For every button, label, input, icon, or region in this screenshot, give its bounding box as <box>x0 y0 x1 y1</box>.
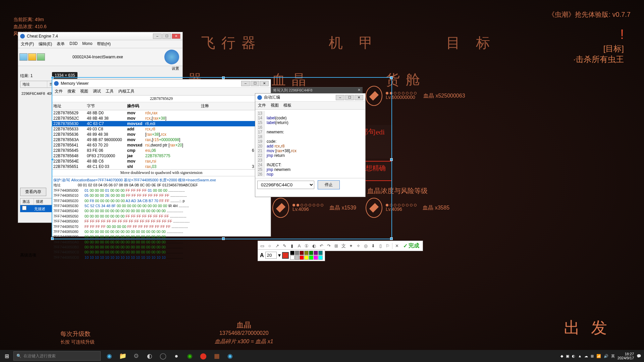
maximize-button[interactable]: ☐ <box>162 34 171 39</box>
color-swatch[interactable] <box>290 255 294 260</box>
dropdown-icon[interactable]: ▾ <box>278 252 281 258</box>
disasm-row[interactable]: 22B7878564E48 8B C6movrax,rsi <box>52 159 271 164</box>
code-line[interactable]: 13 <box>257 111 364 116</box>
ime-indicator[interactable]: 英 <box>611 354 615 359</box>
disasm-row[interactable]: 22B7878565148 C1 E0 03shlrax,033 <box>52 164 271 169</box>
tab-blood[interactable]: 血晶 <box>272 70 312 89</box>
color-palette[interactable]: A ▾ <box>258 249 325 261</box>
close-button[interactable]: ✕ <box>355 95 363 100</box>
aa-titlebar[interactable]: 自动汇编 – ☐ ✕ <box>255 94 365 102</box>
menu-file[interactable]: 文件(F) <box>21 41 34 47</box>
done-button[interactable]: ✓完成 <box>401 242 421 249</box>
color-swatch[interactable] <box>290 251 294 255</box>
minimize-button[interactable]: – <box>336 95 344 100</box>
color-swatch[interactable] <box>300 251 304 255</box>
tab-flyer[interactable]: 飞行器 <box>201 34 262 52</box>
hex-row[interactable]: 7FF744085090 00 00 00 00 00 00 00 00 00 … <box>53 234 269 239</box>
menu-mono[interactable]: Mono <box>82 41 92 47</box>
hex-row[interactable]: 7FF744085080 00 00 00 00 00 00 00 00 00 … <box>53 229 269 234</box>
disasm-row[interactable]: 22B7878563349 03 C8addrcx,r8 <box>52 126 271 132</box>
start-button[interactable]: ⊞ <box>0 350 13 362</box>
aa-menubar[interactable]: 文件 视图 模板 <box>255 102 365 110</box>
tab-target[interactable]: 目 标 <box>446 34 496 52</box>
col-desc[interactable]: 描述 <box>34 198 54 205</box>
view-memory-button[interactable]: 查看内存 <box>20 188 46 196</box>
mv-menubar[interactable]: 文件 搜索 视图 调试 工具 内核工具 <box>52 87 271 96</box>
hex-row[interactable]: 7FF744085040 00 00 00 00 00 00 00 00 00 … <box>53 208 269 214</box>
color-swatch[interactable] <box>309 255 313 260</box>
disasm-top-address[interactable]: 22B78785629 <box>52 96 271 102</box>
code-line[interactable]: 18 <box>257 134 364 139</box>
menu-d3d[interactable]: D3D <box>69 41 77 47</box>
ce-taskbar-icon[interactable]: ◉ <box>224 350 236 362</box>
wechat-icon[interactable]: ◉ <box>184 350 196 362</box>
disasm-row[interactable]: 22B787856304C 63 C7movsxdr8,edi <box>52 121 271 126</box>
maximize-button[interactable]: ☐ <box>251 81 259 86</box>
address-select[interactable]: 02296F6C44C0 <box>257 181 314 189</box>
hex-row[interactable]: 7FF7440850B0 00 00 00 00 00 00 00 00 00 … <box>53 245 269 250</box>
disasm-row[interactable]: 22B7878564583 FE 06cmpesi,066 <box>52 148 271 153</box>
hex-row[interactable]: 7FF7440850D0 10 10 10 10 10 10 10 10 10 … <box>53 255 269 260</box>
menu-kernel[interactable]: 内核工具 <box>118 88 135 94</box>
arrow-tool-icon[interactable]: ↗ <box>274 243 280 249</box>
result-address[interactable]: 2296F6C44F8 <box>20 92 47 96</box>
mv-titlebar[interactable]: Memory Viewer – ☐ ✕ <box>52 79 271 87</box>
color-swatch[interactable] <box>314 255 318 260</box>
disasm-row[interactable]: 22B7878562948 8B D0movrdx,rax <box>52 110 271 116</box>
font-size-input[interactable] <box>265 252 277 259</box>
ocr-icon[interactable]: ⊞ <box>333 243 339 249</box>
hex-row[interactable]: 7FF744085060 FF FF FF FF FF FF FF FF FF … <box>53 219 269 224</box>
cancel-icon[interactable]: ✕ <box>394 243 400 249</box>
disasm-row[interactable]: 22B787856480F83 27010000jae22B78785775 <box>52 153 271 159</box>
volume-icon[interactable]: 🔊 <box>604 354 608 358</box>
phone-icon[interactable]: ▯ <box>377 243 383 249</box>
menu-template[interactable]: 模板 <box>283 103 291 108</box>
menu-tools[interactable]: 工具 <box>106 88 114 94</box>
color-swatch[interactable] <box>295 255 299 260</box>
open-process-icon[interactable] <box>19 53 28 61</box>
assembly-code-editor[interactable]: 1314label(code)15label(return)1617newmem… <box>255 110 365 178</box>
close-button[interactable]: ✕ <box>260 81 269 86</box>
game-icon[interactable]: ▦ <box>211 350 223 362</box>
system-tray[interactable]: ◆ ▣ ◐ ▲ ☁ ⊞ 📶 🔊 英 18:27 2024/9/17 💬 <box>560 352 644 360</box>
menu-view[interactable]: 视图 <box>80 88 88 94</box>
hex-row[interactable]: 7FF744085020 00 F8 00 00 00 00 00 00 A3 … <box>53 198 269 203</box>
clock-time[interactable]: 18:27 <box>618 352 634 356</box>
hex-row[interactable]: 7FF7440850A0 00 00 00 00 00 00 00 00 00 … <box>53 240 269 245</box>
number-tool-icon[interactable]: ① <box>304 243 310 249</box>
tray-icon[interactable]: ◆ <box>560 354 563 358</box>
tray-icon[interactable]: ▲ <box>578 354 582 358</box>
tray-icon[interactable]: ☁ <box>584 354 588 358</box>
activate-checkbox[interactable] <box>22 206 26 210</box>
color-swatch[interactable] <box>295 251 299 255</box>
code-line[interactable]: 17newmem: <box>257 130 364 134</box>
code-line[interactable]: 19code: <box>257 139 364 144</box>
disasm-row[interactable]: 22B7878563648 89 48 38mov[rax+38],rcx <box>52 132 271 137</box>
disasm-row[interactable]: 22B7878563A49 8B 87 98000000movrax,[r15+… <box>52 137 271 142</box>
color-swatch[interactable] <box>304 255 309 260</box>
auto-assemble-window[interactable]: 自动汇编 – ☐ ✕ 文件 视图 模板 1314label(code)15lab… <box>255 93 366 197</box>
hex-row[interactable]: 7FF744085050 00 00 00 00 00 00 00 00 FF … <box>53 214 269 219</box>
menu-file[interactable]: 文件 <box>258 103 266 108</box>
rect-tool-icon[interactable]: ▭ <box>259 243 265 249</box>
code-line[interactable]: 23 <box>257 158 364 163</box>
code-line[interactable]: 21 mov [rax+38],rcx <box>257 148 364 153</box>
star-icon[interactable]: ✦ <box>348 243 354 249</box>
col-activate[interactable]: 激活 <box>20 198 34 205</box>
hex-row[interactable]: 7FF744085070 FF FF FF FF 00 00 00 00 FF … <box>53 224 269 229</box>
color-swatch[interactable] <box>318 255 323 260</box>
menu-table[interactable]: 表单 <box>57 41 65 47</box>
menu-debug[interactable]: 调试 <box>93 88 101 94</box>
launch-button[interactable]: 出 发 <box>564 317 610 339</box>
hex-row[interactable]: 7FF7440850C0 00 00 00 00 00 00 00 00 00 … <box>53 250 269 255</box>
save-icon[interactable] <box>37 53 45 61</box>
settings-icon[interactable]: ⚙ <box>130 350 142 362</box>
menu-view[interactable]: 视图 <box>271 103 279 108</box>
color-swatch[interactable] <box>304 251 309 255</box>
hex-row[interactable]: 7FF744085010 05 00 00 00 2E 00 00 00 FF … <box>53 193 269 198</box>
ce-titlebar[interactable]: Cheat Engine 7.4 – ☐ ✕ <box>18 32 182 40</box>
tab-mech[interactable]: 机 甲 <box>329 34 379 52</box>
record-icon[interactable]: ⬤ <box>197 350 209 362</box>
blur-tool-icon[interactable]: ◐ <box>311 243 317 249</box>
clock-date[interactable]: 2024/9/17 <box>618 356 634 360</box>
